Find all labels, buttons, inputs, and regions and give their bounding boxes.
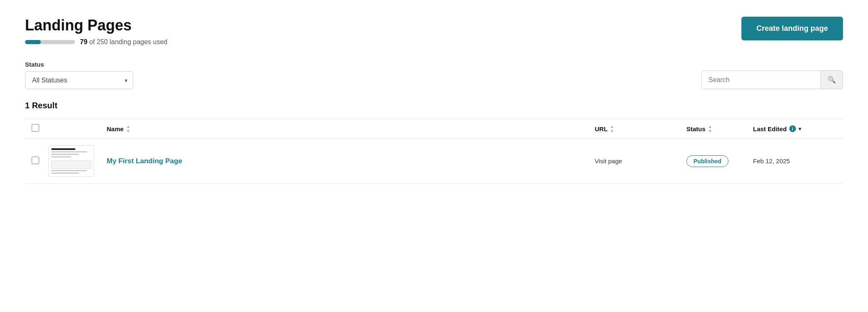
create-landing-page-button[interactable]: Create landing page (741, 17, 843, 40)
select-all-checkbox[interactable] (32, 124, 39, 132)
row-status-col: Published (686, 155, 753, 167)
table-header: Name ▲ ▼ URL ▲ ▼ Status ▲ ▼ Last Edited … (25, 119, 843, 139)
row-select-checkbox[interactable] (32, 157, 39, 164)
mock-line-4 (51, 156, 71, 157)
header-section: Landing Pages 79 of 250 landing pages us… (25, 17, 843, 46)
mock-line-2 (51, 151, 87, 152)
mock-line-5 (51, 170, 87, 171)
table-row: My First Landing Page Visit page Publish… (25, 139, 843, 184)
row-checkbox-col (32, 157, 48, 166)
name-sort-icon[interactable]: ▲ ▼ (126, 125, 130, 133)
header-name-col: Name ▲ ▼ (107, 125, 595, 133)
page-title: Landing Pages (25, 17, 167, 34)
row-name-col: My First Landing Page (107, 157, 595, 165)
title-area: Landing Pages 79 of 250 landing pages us… (25, 17, 167, 46)
progress-bar-fill (25, 40, 41, 44)
row-thumbnail-col (48, 145, 107, 177)
status-column-label: Status (686, 125, 706, 132)
usage-row: 79 of 250 landing pages used (25, 38, 167, 46)
last-edited-info-icon[interactable]: i (789, 125, 796, 132)
search-button[interactable]: 🔍 (821, 71, 843, 89)
usage-progress-bar (25, 40, 75, 44)
header-checkbox-col (32, 124, 48, 133)
status-label: Status (25, 61, 133, 68)
mock-line-1 (51, 148, 75, 150)
mock-line-3 (51, 154, 79, 155)
mock-line-6 (51, 172, 79, 174)
visit-page-link[interactable]: Visit page (595, 157, 622, 165)
filter-section: Status All Statuses Published Draft Arch… (25, 61, 843, 89)
status-select-wrapper: All Statuses Published Draft Archived ▾ (25, 71, 133, 89)
header-status-col: Status ▲ ▼ (686, 125, 753, 133)
status-filter: Status All Statuses Published Draft Arch… (25, 61, 133, 89)
results-count: 1 Result (25, 101, 843, 110)
mock-block-1 (51, 160, 91, 169)
search-input[interactable] (702, 71, 821, 89)
header-last-edited-col: Last Edited i ▾ (753, 125, 836, 132)
last-edited-date: Feb 12, 2025 (753, 157, 790, 165)
usage-used: 79 (80, 38, 87, 45)
url-sort-icon[interactable]: ▲ ▼ (610, 125, 614, 133)
status-select[interactable]: All Statuses Published Draft Archived (25, 71, 133, 89)
last-edited-column-label: Last Edited (753, 125, 787, 132)
landing-page-link[interactable]: My First Landing Page (107, 157, 182, 165)
search-wrapper: 🔍 (701, 70, 843, 89)
thumbnail-mock-content (49, 146, 94, 176)
name-column-label: Name (107, 125, 124, 132)
page-thumbnail (48, 145, 94, 177)
url-column-label: URL (595, 125, 608, 132)
row-last-edited-col: Feb 12, 2025 (753, 157, 836, 165)
status-sort-icon[interactable]: ▲ ▼ (708, 125, 712, 133)
usage-text: 79 of 250 landing pages used (80, 38, 167, 46)
header-url-col: URL ▲ ▼ (595, 125, 686, 133)
row-url-col: Visit page (595, 157, 686, 165)
usage-of-text: of 250 landing pages used (89, 38, 167, 45)
last-edited-dropdown-icon[interactable]: ▾ (798, 125, 801, 132)
table-container: Name ▲ ▼ URL ▲ ▼ Status ▲ ▼ Last Edited … (25, 119, 843, 184)
search-icon: 🔍 (828, 76, 836, 83)
status-badge: Published (686, 155, 728, 167)
